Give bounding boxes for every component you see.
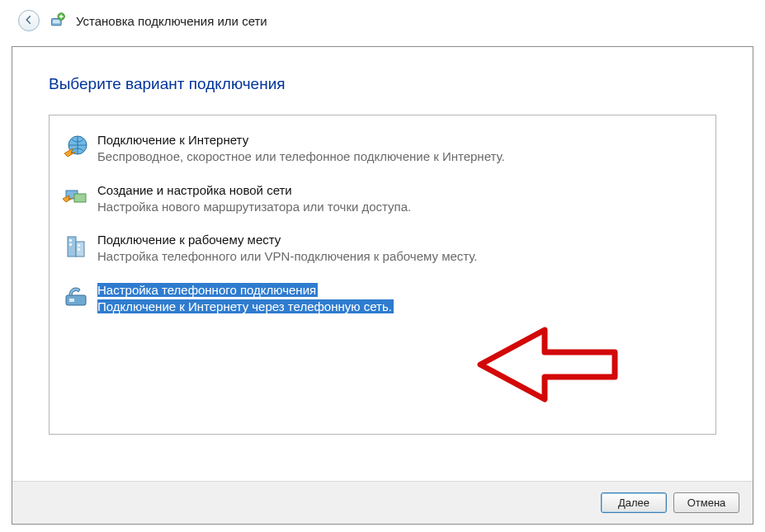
back-arrow-icon bbox=[23, 14, 35, 28]
option-workplace[interactable]: Подключение к рабочему месту Настройка т… bbox=[51, 224, 714, 274]
svg-rect-5 bbox=[74, 194, 86, 202]
option-title: Подключение к Интернету bbox=[97, 133, 248, 147]
option-desc: Настройка телефонного или VPN-подключени… bbox=[97, 249, 478, 263]
option-new-network[interactable]: Создание и настройка новой сети Настройк… bbox=[51, 174, 714, 224]
option-texts: Создание и настройка новой сети Настройк… bbox=[97, 182, 704, 216]
svg-rect-1 bbox=[53, 20, 59, 23]
option-texts: Подключение к Интернету Беспроводное, ск… bbox=[97, 132, 704, 166]
option-texts: Подключение к рабочему месту Настройка т… bbox=[97, 232, 704, 266]
svg-rect-12 bbox=[66, 295, 86, 305]
next-button[interactable]: Далее bbox=[601, 492, 667, 513]
back-button[interactable] bbox=[18, 10, 40, 31]
svg-rect-13 bbox=[69, 299, 74, 302]
svg-rect-9 bbox=[69, 243, 72, 246]
option-desc: Настройка нового маршрутизатора или точк… bbox=[97, 200, 411, 214]
network-plus-icon bbox=[50, 12, 66, 29]
svg-rect-11 bbox=[78, 248, 80, 251]
option-desc: Беспроводное, скоростное или телефонное … bbox=[97, 149, 505, 163]
option-title: Подключение к рабочему месту bbox=[97, 233, 281, 247]
dialup-modem-icon bbox=[61, 282, 91, 312]
option-desc: Подключение к Интернету через телефонную… bbox=[97, 299, 394, 313]
wizard-frame: Выберите вариант подключения Подключение… bbox=[12, 46, 753, 525]
svg-rect-10 bbox=[78, 244, 80, 247]
wizard-footer: Далее Отмена bbox=[12, 481, 753, 524]
page-title: Выберите вариант подключения bbox=[49, 75, 716, 93]
globe-connect-icon bbox=[61, 132, 91, 162]
svg-rect-8 bbox=[69, 239, 72, 242]
title-bar: Установка подключения или сети bbox=[0, 0, 765, 38]
option-texts: Настройка телефонного подключения Подклю… bbox=[97, 282, 704, 316]
option-dialup[interactable]: Настройка телефонного подключения Подклю… bbox=[51, 274, 714, 324]
options-list: Подключение к Интернету Беспроводное, ск… bbox=[49, 115, 716, 435]
option-internet-connection[interactable]: Подключение к Интернету Беспроводное, ск… bbox=[51, 124, 714, 174]
option-title: Создание и настройка новой сети bbox=[97, 183, 292, 197]
building-connect-icon bbox=[61, 232, 91, 261]
window-title: Установка подключения или сети bbox=[76, 14, 267, 28]
cancel-button[interactable]: Отмена bbox=[673, 492, 739, 513]
wizard-content: Выберите вариант подключения Подключение… bbox=[12, 47, 753, 445]
option-title: Настройка телефонного подключения bbox=[97, 283, 318, 297]
router-new-icon bbox=[61, 182, 91, 212]
